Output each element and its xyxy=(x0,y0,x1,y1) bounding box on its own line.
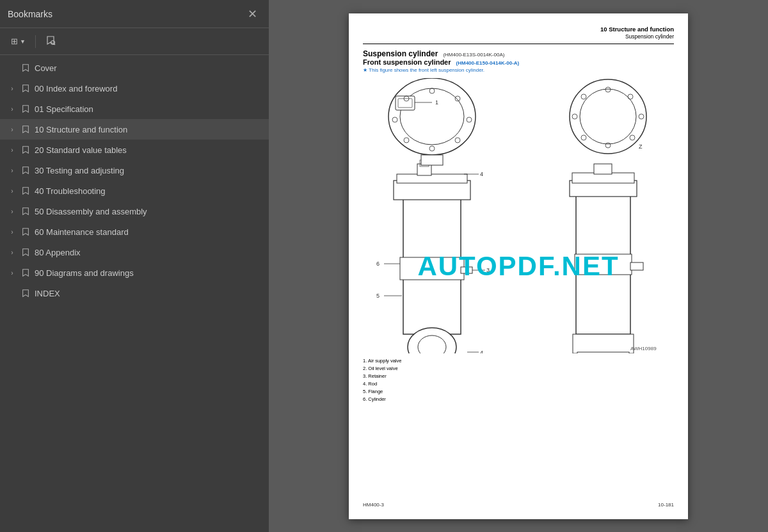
sub-title: Front suspension cylinder xyxy=(363,58,451,66)
main-title-model: (HM400-E13S-0014K-00A) xyxy=(443,52,504,58)
bookmark-icon xyxy=(20,165,31,175)
cylinder-diagram-svg: 1 xyxy=(365,78,672,353)
sidebar-item-index[interactable]: › INDEX xyxy=(0,283,269,303)
bookmark-icon xyxy=(20,63,31,73)
bookmark-icon xyxy=(20,124,31,134)
svg-text:4: 4 xyxy=(480,171,483,177)
sidebar-item-01[interactable]: › 01 Specification xyxy=(0,99,269,119)
legend-item: 2. Oil level valve xyxy=(363,365,401,373)
expand-arrow-icon[interactable]: › xyxy=(8,125,17,134)
svg-rect-30 xyxy=(417,164,431,175)
sidebar-item-cover[interactable]: › Cover xyxy=(0,58,269,78)
sidebar-item-80[interactable]: › 80 Appendix xyxy=(0,242,269,262)
close-button[interactable]: ✕ xyxy=(244,7,261,21)
sidebar-item-label: 20 Standard value tables xyxy=(35,145,127,155)
sidebar-item-20[interactable]: › 20 Standard value tables xyxy=(0,140,269,160)
footer-right: 10-181 xyxy=(658,502,674,508)
svg-rect-53 xyxy=(594,164,612,174)
svg-point-12 xyxy=(429,146,435,151)
svg-rect-40 xyxy=(461,267,472,273)
svg-point-13 xyxy=(404,138,409,143)
svg-rect-29 xyxy=(397,174,467,183)
sidebar-item-10[interactable]: › 10 Structure and function xyxy=(0,119,269,140)
expand-arrow-icon[interactable]: › xyxy=(8,186,17,195)
footer-left: HM400-3 xyxy=(363,502,384,508)
sidebar-item-label: 90 Diagrams and drawings xyxy=(35,268,134,278)
svg-rect-57 xyxy=(577,352,629,353)
svg-rect-39 xyxy=(400,257,464,280)
doc-title-block: Suspension cylinder (HM400-E13S-0014K-00… xyxy=(363,49,674,76)
sidebar-item-label: 80 Appendix xyxy=(35,248,81,257)
svg-point-21 xyxy=(630,135,635,140)
bookmark-icon xyxy=(20,268,31,278)
legend-item: 1. Air supply valve xyxy=(363,357,401,365)
svg-point-22 xyxy=(605,143,611,148)
svg-point-19 xyxy=(628,94,633,99)
sidebar-item-50[interactable]: › 50 Disassembly and assembly xyxy=(0,201,269,222)
sidebar-header: Bookmarks ✕ xyxy=(0,0,269,28)
bookmark-icon xyxy=(20,206,31,216)
sidebar-item-label: 40 Troubleshooting xyxy=(35,186,106,196)
sidebar-item-label: 30 Testing and adjusting xyxy=(35,166,124,175)
sidebar-item-30[interactable]: › 30 Testing and adjusting xyxy=(0,160,269,181)
bookmark-icon xyxy=(20,186,31,196)
expand-arrow-icon[interactable]: › xyxy=(8,145,17,154)
expand-arrow-icon[interactable]: › xyxy=(8,227,17,236)
sidebar-item-60[interactable]: › 60 Maintenance standard xyxy=(0,222,269,242)
expand-arrow-icon[interactable]: › xyxy=(8,207,17,216)
sidebar-item-label: 01 Specification xyxy=(35,104,93,114)
bookmark-icon xyxy=(20,104,31,114)
expand-arrow-icon[interactable]: › xyxy=(8,248,17,257)
svg-point-18 xyxy=(605,87,611,92)
page-header-text: 10 Structure and function Suspension cyl… xyxy=(600,25,674,41)
svg-point-24 xyxy=(572,114,577,119)
doc-note: This figure shows the front left suspens… xyxy=(363,67,674,73)
sidebar-item-label: 60 Maintenance standard xyxy=(35,227,129,237)
svg-text:3: 3 xyxy=(486,267,490,273)
expand-all-button[interactable]: ⊞ ▼ xyxy=(6,34,30,49)
expand-arrow-icon[interactable]: › xyxy=(8,104,17,113)
legend-item: 3. Retainer xyxy=(363,373,401,380)
svg-point-20 xyxy=(639,114,644,119)
svg-point-14 xyxy=(392,117,397,122)
sidebar-item-label: INDEX xyxy=(35,289,60,298)
diagram-code: AWH10989 xyxy=(630,346,657,351)
main-title: Suspension cylinder xyxy=(363,49,438,58)
svg-rect-56 xyxy=(573,334,634,353)
svg-text:4: 4 xyxy=(480,350,483,353)
grid-icon: ⊞ xyxy=(11,36,18,46)
bookmark-search-icon xyxy=(45,35,56,47)
sidebar-toolbar: ⊞ ▼ xyxy=(0,28,269,55)
expand-arrow-icon[interactable]: › xyxy=(8,166,17,175)
sidebar-title: Bookmarks xyxy=(8,9,52,19)
legend-item: 4. Rod xyxy=(363,380,401,388)
legend-block: 1. Air supply valve2. Oil level valve3. … xyxy=(363,357,401,403)
page-footer: HM400-3 10-181 xyxy=(363,502,674,508)
svg-point-10 xyxy=(467,117,472,122)
svg-point-25 xyxy=(581,94,586,99)
svg-text:Z: Z xyxy=(639,143,643,150)
sidebar-item-label: Cover xyxy=(35,63,57,73)
bookmark-search-button[interactable] xyxy=(41,33,60,50)
svg-rect-4 xyxy=(396,96,415,110)
expand-arrow-icon[interactable]: › xyxy=(8,268,17,277)
svg-point-9 xyxy=(455,96,460,101)
expand-arrow-icon[interactable]: › xyxy=(8,84,17,93)
sidebar-item-40[interactable]: › 40 Troubleshooting xyxy=(0,181,269,201)
page-header: 10 Structure and function Suspension cyl… xyxy=(363,25,674,44)
legend-item: 6. Cylinder xyxy=(363,396,401,403)
bookmark-icon xyxy=(20,247,31,257)
sidebar-item-label: 10 Structure and function xyxy=(35,125,127,134)
bookmark-icon xyxy=(20,227,31,237)
sidebar-item-00[interactable]: › 00 Index and foreword xyxy=(0,78,269,99)
pdf-page: 10 Structure and function Suspension cyl… xyxy=(349,13,688,519)
svg-point-11 xyxy=(455,138,460,143)
sidebar: Bookmarks ✕ ⊞ ▼ › Cover› 00 Index and fo… xyxy=(0,0,269,532)
svg-rect-32 xyxy=(421,155,443,165)
svg-text:1: 1 xyxy=(435,99,438,106)
svg-rect-54 xyxy=(575,254,632,275)
svg-rect-55 xyxy=(630,262,643,270)
sidebar-item-90[interactable]: › 90 Diagrams and drawings xyxy=(0,262,269,283)
main-content-area: AUTOPDF.NET 10 Structure and function Su… xyxy=(269,0,768,532)
bookmark-icon xyxy=(20,288,31,298)
